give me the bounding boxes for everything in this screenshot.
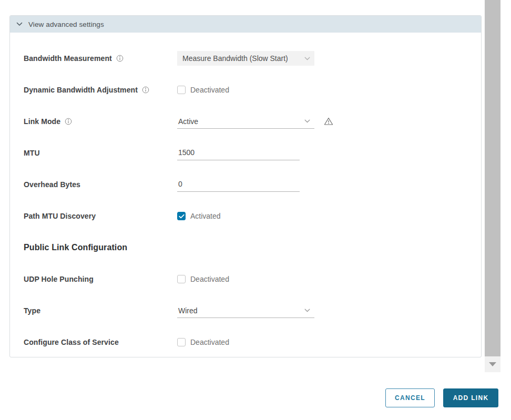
label-text: Path MTU Discovery [24, 212, 96, 220]
warning-triangle-icon[interactable] [324, 117, 333, 126]
label-text: Bandwidth Measurement [24, 54, 112, 63]
checkbox-checked [177, 212, 186, 220]
add-link-dialog: View advanced settings Bandwidth Measure… [0, 0, 511, 420]
bandwidth-measurement-select[interactable]: Measure Bandwidth (Slow Start) [177, 51, 314, 66]
checkbox-state-label: Activated [190, 212, 221, 220]
select-value: Wired [178, 306, 198, 315]
label-text: Overhead Bytes [24, 180, 80, 189]
label-text: Type [24, 306, 40, 315]
scroll-down-arrow-icon [489, 362, 496, 366]
vertical-scrollbar[interactable] [485, 0, 500, 372]
row-type: Type Wired [24, 303, 471, 318]
chevron-down-icon [16, 22, 23, 26]
row-path-mtu-discovery: Path MTU Discovery Activated [24, 209, 471, 223]
info-icon[interactable] [142, 86, 149, 94]
udp-hole-punching-checkbox[interactable]: Deactivated [177, 275, 229, 283]
row-dynamic-bandwidth-adjustment: Dynamic Bandwidth Adjustment Deactivated [24, 83, 471, 97]
select-value: Measure Bandwidth (Slow Start) [182, 54, 288, 63]
checkbox-unchecked [177, 338, 186, 346]
advanced-settings-toggle[interactable]: View advanced settings [10, 16, 481, 33]
panel-title: View advanced settings [28, 21, 104, 28]
label-text: Configure Class of Service [24, 338, 119, 346]
label-text: Dynamic Bandwidth Adjustment [24, 86, 138, 94]
chevron-down-icon [304, 57, 310, 60]
type-label: Type [24, 306, 177, 315]
label-text: Link Mode [24, 117, 60, 126]
section-heading: Public Link Configuration [24, 243, 127, 252]
configure-class-of-service-label: Configure Class of Service [24, 338, 177, 346]
path-mtu-discovery-label: Path MTU Discovery [24, 212, 177, 220]
cancel-button[interactable]: CANCEL [385, 388, 435, 407]
dynamic-bandwidth-adjustment-label: Dynamic Bandwidth Adjustment [24, 86, 177, 94]
scrollbar-thumb[interactable] [485, 0, 500, 356]
bandwidth-measurement-label: Bandwidth Measurement [24, 54, 177, 63]
dynamic-bandwidth-adjustment-checkbox[interactable]: Deactivated [177, 86, 229, 94]
select-value: Active [178, 117, 198, 126]
overhead-bytes-label: Overhead Bytes [24, 180, 177, 189]
row-configure-class-of-service: Configure Class of Service Deactivated [24, 335, 471, 350]
path-mtu-discovery-checkbox[interactable]: Activated [177, 212, 221, 220]
mtu-label: MTU [24, 149, 177, 157]
checkbox-unchecked [177, 275, 186, 283]
row-overhead-bytes: Overhead Bytes [24, 177, 471, 192]
link-mode-select[interactable]: Active [177, 114, 314, 129]
scrollbar-down-button[interactable] [485, 356, 500, 372]
info-icon[interactable] [116, 55, 124, 62]
row-link-mode: Link Mode Active [24, 114, 471, 129]
checkbox-unchecked [177, 86, 186, 94]
row-udp-hole-punching: UDP Hole Punching Deactivated [24, 272, 471, 286]
add-link-button[interactable]: ADD LINK [443, 388, 498, 407]
advanced-settings-form: Bandwidth Measurement Measure Bandwidth … [10, 33, 481, 350]
info-icon[interactable] [65, 118, 72, 125]
label-text: UDP Hole Punching [24, 275, 94, 283]
checkbox-state-label: Deactivated [190, 275, 229, 283]
configure-class-of-service-checkbox[interactable]: Deactivated [177, 338, 229, 346]
chevron-down-icon [304, 309, 310, 312]
link-mode-label: Link Mode [24, 117, 177, 126]
row-mtu: MTU [24, 146, 471, 160]
checkmark-icon [179, 214, 185, 219]
checkbox-state-label: Deactivated [190, 338, 229, 346]
advanced-settings-panel: View advanced settings Bandwidth Measure… [9, 15, 482, 357]
checkbox-state-label: Deactivated [190, 86, 229, 94]
mtu-input[interactable] [177, 146, 300, 160]
row-bandwidth-measurement: Bandwidth Measurement Measure Bandwidth … [24, 51, 471, 66]
type-select[interactable]: Wired [177, 303, 314, 318]
chevron-down-icon [304, 119, 310, 123]
row-public-link-configuration: Public Link Configuration [24, 240, 471, 255]
udp-hole-punching-label: UDP Hole Punching [24, 275, 177, 283]
label-text: MTU [24, 149, 40, 157]
overhead-bytes-input[interactable] [177, 178, 300, 192]
